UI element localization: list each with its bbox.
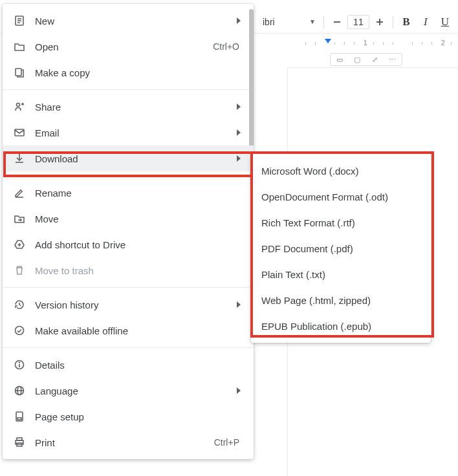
- underline-button[interactable]: U: [436, 13, 454, 31]
- font-size-input[interactable]: 11: [347, 15, 369, 29]
- menu-item-offline[interactable]: Make available offline: [3, 318, 254, 343]
- menu-item-trash: Move to trash: [3, 257, 254, 283]
- font-size-decrease-button[interactable]: [328, 13, 346, 31]
- menu-label: Page setup: [35, 411, 243, 422]
- menu-item-print[interactable]: Print Ctrl+P: [3, 429, 254, 455]
- menu-item-open[interactable]: Open Ctrl+O: [3, 34, 254, 60]
- download-submenu: Microsoft Word (.docx) OpenDocument Form…: [251, 154, 431, 343]
- submenu-arrow-icon: [237, 129, 241, 136]
- menu-label: Rename: [35, 188, 243, 199]
- menu-item-add-shortcut[interactable]: Add shortcut to Drive: [3, 232, 254, 257]
- share-icon: [13, 100, 26, 113]
- submenu-item-pdf[interactable]: PDF Document (.pdf): [251, 235, 431, 261]
- menu-item-new[interactable]: New: [3, 8, 254, 34]
- menu-item-version-history[interactable]: Version history: [3, 292, 254, 318]
- menu-label: Make available offline: [35, 325, 243, 336]
- menu-item-details[interactable]: Details: [3, 352, 254, 378]
- bold-button[interactable]: B: [397, 13, 415, 31]
- menu-label: Email: [35, 127, 237, 138]
- toolbar-separator: [323, 16, 324, 28]
- trash-icon: [13, 264, 26, 277]
- menu-label: New: [35, 16, 237, 27]
- layout-icon[interactable]: ▢: [354, 56, 360, 64]
- svg-rect-7: [16, 69, 21, 76]
- menu-label: Share: [35, 102, 237, 113]
- page-setup-icon: [13, 410, 26, 423]
- menu-item-download[interactable]: Download: [3, 146, 254, 171]
- info-icon: [13, 358, 26, 371]
- history-icon: [13, 298, 26, 311]
- ruler: 1 2: [260, 36, 458, 50]
- menu-item-move[interactable]: Move: [3, 206, 254, 232]
- menu-label: Open: [35, 41, 213, 52]
- font-size-increase-button[interactable]: [371, 13, 389, 31]
- svg-rect-25: [17, 418, 21, 420]
- document-outline-bar: ▭ ▢ ⤢ ⋯: [330, 53, 402, 66]
- move-icon: [13, 212, 26, 225]
- submenu-item-txt[interactable]: Plain Text (.txt): [251, 261, 431, 287]
- menu-divider: [3, 175, 254, 176]
- font-family-dropdown-icon[interactable]: ▼: [305, 18, 320, 25]
- menu-label: Add shortcut to Drive: [35, 239, 243, 250]
- offline-icon: [13, 324, 26, 337]
- submenu-arrow-icon: [237, 155, 241, 162]
- menu-label: Download: [35, 153, 237, 164]
- svg-point-8: [17, 103, 20, 107]
- menu-divider: [3, 287, 254, 288]
- submenu-arrow-icon: [237, 103, 241, 110]
- menu-item-email[interactable]: Email: [3, 120, 254, 146]
- toolbar-separator: [393, 16, 393, 28]
- submenu-arrow-icon: [237, 301, 241, 308]
- download-icon: [13, 152, 26, 165]
- header-icon[interactable]: ▭: [336, 56, 343, 64]
- submenu-item-html[interactable]: Web Page (.html, zipped): [251, 287, 431, 313]
- menu-item-page-setup[interactable]: Page setup: [3, 404, 254, 429]
- submenu-item-epub[interactable]: EPUB Publication (.epub): [251, 313, 431, 339]
- menu-label: Move to trash: [35, 265, 243, 276]
- menu-label: Version history: [35, 299, 237, 310]
- submenu-item-docx[interactable]: Microsoft Word (.docx): [251, 158, 431, 184]
- copy-icon: [13, 66, 26, 79]
- more-icon[interactable]: ⋯: [389, 56, 396, 64]
- file-menu: New Open Ctrl+O Make a copy Share Email: [3, 4, 254, 459]
- menu-divider: [3, 347, 254, 348]
- menu-label: Print: [35, 437, 214, 448]
- print-icon: [13, 436, 26, 449]
- folder-icon: [13, 40, 26, 53]
- globe-icon: [13, 384, 26, 397]
- menu-label: Language: [35, 385, 237, 396]
- document-icon: [13, 14, 26, 27]
- menu-shortcut: Ctrl+O: [213, 41, 239, 52]
- italic-button[interactable]: I: [417, 13, 435, 31]
- font-family-select[interactable]: ibri: [259, 14, 304, 30]
- menu-item-rename[interactable]: Rename: [3, 180, 254, 206]
- submenu-item-rtf[interactable]: Rich Text Format (.rtf): [251, 210, 431, 235]
- email-icon: [13, 126, 26, 139]
- menu-item-share[interactable]: Share: [3, 94, 254, 120]
- submenu-item-odt[interactable]: OpenDocument Format (.odt): [251, 184, 431, 210]
- expand-icon[interactable]: ⤢: [372, 56, 378, 64]
- rename-icon: [13, 186, 26, 199]
- menu-label: Details: [35, 360, 243, 371]
- menu-item-language[interactable]: Language: [3, 378, 254, 404]
- svg-point-17: [16, 327, 24, 335]
- menu-shortcut: Ctrl+P: [214, 437, 239, 448]
- drive-shortcut-icon: [13, 238, 26, 251]
- menu-label: Make a copy: [35, 67, 243, 78]
- svg-point-20: [19, 362, 20, 363]
- submenu-arrow-icon: [237, 387, 241, 394]
- submenu-arrow-icon: [237, 17, 241, 24]
- menu-item-make-copy[interactable]: Make a copy: [3, 60, 254, 85]
- menu-divider: [3, 89, 254, 90]
- menu-label: Move: [35, 213, 243, 224]
- svg-rect-11: [15, 129, 24, 136]
